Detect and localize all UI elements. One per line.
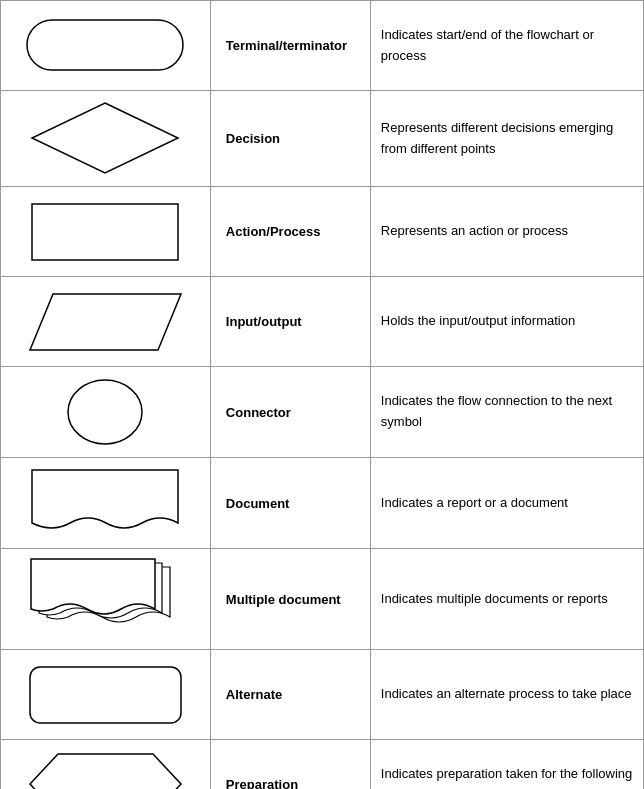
desc-cell-input-output: Holds the input/output information: [370, 277, 643, 367]
shape-desc-document: Indicates a report or a document: [381, 495, 568, 510]
table-row: Terminal/terminator Indicates start/end …: [1, 1, 644, 91]
desc-cell-preparation: Indicates preparation taken for the foll…: [370, 740, 643, 790]
decision-svg: [30, 101, 180, 176]
shape-name-document: Document: [226, 496, 290, 511]
shape-desc-alternate: Indicates an alternate process to take p…: [381, 686, 632, 701]
table-row: Preparation Indicates preparation taken …: [1, 740, 644, 790]
shape-name-alternate: Alternate: [226, 687, 282, 702]
table-row: Multiple document Indicates multiple doc…: [1, 549, 644, 650]
flowchart-symbols-table: Terminal/terminator Indicates start/end …: [0, 0, 644, 789]
shape-name-input-output: Input/output: [226, 314, 302, 329]
shape-name-connector: Connector: [226, 405, 291, 420]
desc-cell-terminal: Indicates start/end of the flowchart or …: [370, 1, 643, 91]
document-svg: [30, 468, 180, 538]
svg-rect-2: [32, 204, 178, 260]
shape-desc-action: Represents an action or process: [381, 223, 568, 238]
multiple-document-svg: [25, 559, 185, 639]
desc-cell-connector: Indicates the flow connection to the nex…: [370, 367, 643, 458]
shape-desc-multiple-document: Indicates multiple documents or reports: [381, 591, 608, 606]
shape-cell-action: [1, 187, 211, 277]
shape-cell-connector: [1, 367, 211, 458]
shape-desc-decision: Represents different decisions emerging …: [381, 120, 613, 156]
desc-cell-multiple-document: Indicates multiple documents or reports: [370, 549, 643, 650]
table-row: Input/output Holds the input/output info…: [1, 277, 644, 367]
shape-multiple-document: [11, 559, 200, 639]
shape-name-preparation: Preparation: [226, 777, 298, 789]
shape-document: [11, 468, 200, 538]
table-row: Decision Represents different decisions …: [1, 91, 644, 187]
shape-desc-input-output: Holds the input/output information: [381, 313, 575, 328]
desc-cell-action: Represents an action or process: [370, 187, 643, 277]
shape-cell-multiple-document: [1, 549, 211, 650]
shape-preparation: [11, 750, 200, 789]
svg-point-4: [68, 380, 142, 444]
shape-input-output: [11, 287, 200, 356]
shape-connector: [11, 377, 200, 447]
table-row: Document Indicates a report or a documen…: [1, 458, 644, 549]
table-row: Action/Process Represents an action or p…: [1, 187, 644, 277]
preparation-svg: [28, 752, 183, 789]
shape-cell-decision: [1, 91, 211, 187]
name-cell-document: Document: [210, 458, 370, 549]
shape-decision: [11, 101, 200, 176]
svg-marker-1: [32, 103, 178, 173]
connector-svg: [65, 377, 145, 447]
alternate-svg: [28, 665, 183, 725]
name-cell-alternate: Alternate: [210, 650, 370, 740]
name-cell-input-output: Input/output: [210, 277, 370, 367]
name-cell-multiple-document: Multiple document: [210, 549, 370, 650]
name-cell-connector: Connector: [210, 367, 370, 458]
svg-marker-6: [30, 754, 181, 789]
name-cell-decision: Decision: [210, 91, 370, 187]
shape-name-action: Action/Process: [226, 224, 321, 239]
shape-action: [11, 197, 200, 266]
shape-name-decision: Decision: [226, 131, 280, 146]
desc-cell-document: Indicates a report or a document: [370, 458, 643, 549]
svg-rect-0: [27, 20, 183, 70]
shape-cell-document: [1, 458, 211, 549]
shape-desc-terminal: Indicates start/end of the flowchart or …: [381, 27, 594, 63]
shape-name-multiple-document: Multiple document: [226, 592, 341, 607]
terminal-svg: [25, 18, 185, 73]
shape-cell-preparation: [1, 740, 211, 790]
action-svg: [30, 202, 180, 262]
shape-name-terminal: Terminal/terminator: [226, 38, 347, 53]
name-cell-preparation: Preparation: [210, 740, 370, 790]
shape-desc-connector: Indicates the flow connection to the nex…: [381, 393, 612, 429]
shape-cell-input-output: [1, 277, 211, 367]
table-row: Connector Indicates the flow connection …: [1, 367, 644, 458]
name-cell-action: Action/Process: [210, 187, 370, 277]
desc-cell-decision: Represents different decisions emerging …: [370, 91, 643, 187]
name-cell-terminal: Terminal/terminator: [210, 1, 370, 91]
input-output-svg: [28, 292, 183, 352]
shape-cell-terminal: [1, 1, 211, 91]
shape-cell-alternate: [1, 650, 211, 740]
svg-rect-5: [30, 667, 181, 723]
table-row: Alternate Indicates an alternate process…: [1, 650, 644, 740]
desc-cell-alternate: Indicates an alternate process to take p…: [370, 650, 643, 740]
shape-terminal: [11, 11, 200, 80]
shape-alternate: [11, 660, 200, 729]
svg-marker-3: [30, 294, 181, 350]
shape-desc-preparation: Indicates preparation taken for the foll…: [381, 766, 633, 789]
